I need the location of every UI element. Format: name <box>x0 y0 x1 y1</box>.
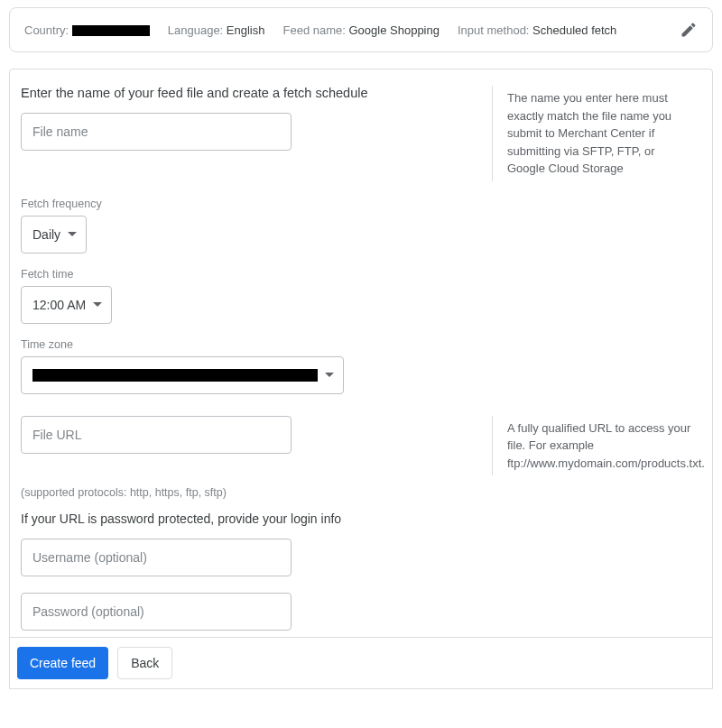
fetch-frequency-value: Daily <box>32 227 60 242</box>
country-value-redacted <box>72 25 150 36</box>
chevron-down-icon <box>325 373 334 377</box>
back-button[interactable]: Back <box>117 647 172 679</box>
summary-input-method: Input method: Scheduled fetch <box>458 23 616 37</box>
protocols-hint: (supported protocols: http, https, ftp, … <box>21 486 701 499</box>
feed-setup-form: Enter the name of your feed file and cre… <box>9 69 713 689</box>
fetch-time-value: 12:00 AM <box>32 298 86 312</box>
feed-summary-bar: Country: Language: English Feed name: Go… <box>9 7 713 52</box>
summary-country: Country: <box>24 23 150 37</box>
summary-language: Language: English <box>168 23 265 37</box>
pencil-icon[interactable] <box>680 21 698 39</box>
fetch-time-select[interactable]: 12:00 AM <box>21 286 112 324</box>
password-input[interactable] <box>21 593 292 631</box>
file-name-help-text: The name you enter here must exactly mat… <box>492 86 701 181</box>
form-footer: Create feed Back <box>10 637 712 688</box>
fetch-frequency-label: Fetch frequency <box>21 198 701 210</box>
fetch-frequency-select[interactable]: Daily <box>21 216 87 253</box>
time-zone-select[interactable] <box>21 356 344 394</box>
auth-heading: If your URL is password protected, provi… <box>21 511 701 526</box>
time-zone-value-redacted <box>32 369 318 382</box>
chevron-down-icon <box>68 232 77 236</box>
file-url-help-text: A fully qualified URL to access your fil… <box>492 416 710 476</box>
username-input[interactable] <box>21 539 292 576</box>
file-name-heading: Enter the name of your feed file and cre… <box>21 86 470 100</box>
fetch-time-label: Fetch time <box>21 268 701 281</box>
file-url-input[interactable] <box>21 416 292 454</box>
time-zone-label: Time zone <box>21 338 701 351</box>
chevron-down-icon <box>93 302 102 307</box>
file-name-input[interactable] <box>21 113 292 151</box>
summary-feed-name: Feed name: Google Shopping <box>282 23 439 37</box>
create-feed-button[interactable]: Create feed <box>17 647 108 679</box>
